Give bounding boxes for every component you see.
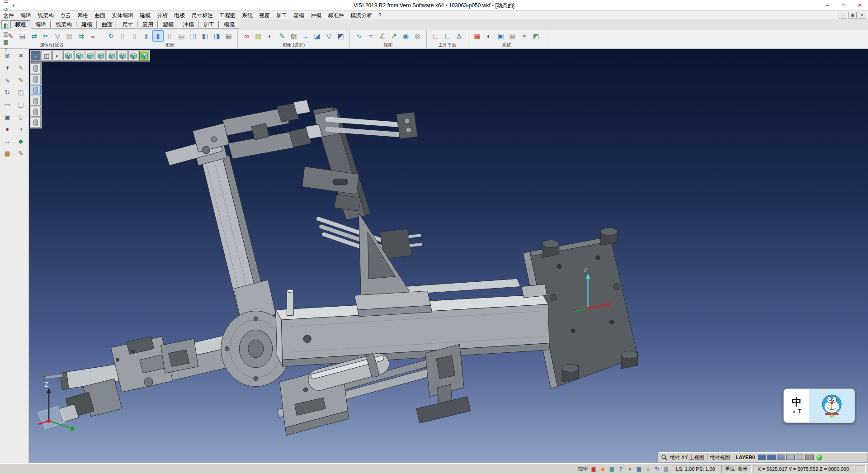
layer-color-segment[interactable] [786, 455, 795, 460]
view-front-icon[interactable] [74, 51, 84, 61]
measure-icon[interactable]: ∠ [377, 30, 388, 42]
grid-blue-icon[interactable]: ▦ [635, 465, 643, 473]
tab-surface[interactable]: 曲面 [97, 20, 117, 28]
hidden-line-display-icon[interactable]: ▯ [129, 30, 140, 42]
menu-electrode[interactable]: 电极 [171, 12, 188, 19]
filter-all-icon[interactable] [31, 63, 41, 73]
view-mode-label[interactable]: 绝对 XY 上视图 [670, 454, 704, 461]
menu-solid-edit[interactable]: 实体编辑 [108, 12, 137, 19]
dynamic-zoom-icon[interactable]: ≈ [365, 30, 376, 42]
sphere-icon[interactable]: ● [1, 123, 14, 134]
ime-language-indicator[interactable]: 中 [792, 397, 802, 407]
home-icon[interactable]: ⌂ [644, 465, 652, 473]
menu-wireframe[interactable]: 线架构 [34, 12, 57, 19]
units-indicator[interactable]: 单位: 毫米 [721, 465, 752, 473]
ime-mode-icon[interactable]: ◑ [792, 408, 795, 415]
menu-drafting[interactable]: 工程图 [216, 12, 239, 19]
refresh-icon[interactable]: ↻ [653, 465, 661, 473]
ime-tools-icon[interactable]: T [798, 408, 801, 415]
solid-box-blue-icon[interactable]: ◨ [211, 30, 222, 42]
snap-label[interactable]: 控牢 [578, 465, 588, 472]
tab-wireframe[interactable]: 线架构 [51, 20, 76, 28]
rotate-icon[interactable]: ↻ [1, 87, 14, 98]
eye-view-icon[interactable]: ◉ [400, 30, 411, 42]
cad-model[interactable]: Z Z [29, 49, 868, 463]
user-icon[interactable]: ● [626, 465, 634, 473]
doc-minimize-button[interactable]: – [839, 12, 847, 19]
tab-application[interactable]: 应用 [138, 20, 158, 28]
move-icon[interactable]: + [1, 62, 14, 73]
palette-icon[interactable]: ▦ [1, 148, 14, 159]
regen-view-icon[interactable]: ↻ [105, 30, 117, 42]
grid-icon[interactable]: ▦ [2, 38, 10, 46]
viewport-canvas[interactable]: Z Z ≡◫◐ [29, 49, 868, 463]
wireframe-display-icon[interactable]: ▯ [117, 30, 128, 42]
filter-solid-icon[interactable] [31, 85, 41, 95]
help-icon[interactable]: ? [617, 465, 625, 473]
erase-icon[interactable]: ◫ [15, 87, 27, 98]
layers-icon[interactable]: ▥ [2, 30, 10, 38]
snap-settings-icon[interactable]: ✶ [519, 30, 530, 42]
solid-box-icon[interactable]: ◧ [199, 30, 211, 42]
cube-icon[interactable]: ◧ [2, 22, 10, 30]
filter-icon[interactable]: ▽ [52, 30, 63, 42]
curve-icon[interactable]: ∿ [1, 75, 14, 85]
absolute-view-label[interactable]: 绝对视图 [710, 454, 730, 461]
view-normal-icon[interactable]: ↗ [388, 30, 400, 42]
solid-icon[interactable]: ▣ [1, 111, 14, 122]
help-icon[interactable]: ? [2, 46, 10, 54]
calculator-icon[interactable]: ▦ [223, 30, 234, 42]
view-back-icon[interactable] [85, 51, 95, 61]
close-button[interactable]: ✕ [852, 0, 868, 10]
view-shaded-icon[interactable] [139, 51, 149, 61]
maximize-button[interactable]: □ [835, 0, 852, 10]
camera-icon[interactable]: ◎ [412, 30, 423, 42]
print-icon[interactable]: ▭ [2, 0, 10, 5]
stereo-view-icon[interactable]: ∞ [241, 30, 252, 42]
tab-edit[interactable]: 编辑 [31, 20, 51, 28]
menu-flow-analysis[interactable]: 模流分析 [347, 12, 375, 19]
doc-restore-button[interactable]: ▣ [848, 12, 857, 19]
view-top-icon[interactable] [118, 51, 127, 61]
feature-icon[interactable]: ◆ [15, 136, 27, 147]
menu-point-cloud[interactable]: 点云 [57, 12, 74, 19]
layer-color-segment[interactable] [758, 455, 766, 460]
plane-grid-icon[interactable]: ◩ [530, 30, 542, 42]
dynamic-pan-icon[interactable]: ∿ [353, 30, 364, 42]
apply-view-icon[interactable]: → [300, 30, 311, 42]
tab-modeling[interactable]: 建模 [77, 20, 97, 28]
swap-attributes-icon[interactable]: ⇄ [28, 30, 40, 42]
menu-mold[interactable]: 塑模 [290, 12, 307, 19]
material-icon[interactable]: ▨ [288, 30, 299, 42]
menu-surface[interactable]: 曲面 [91, 12, 108, 19]
view-left-icon[interactable] [96, 51, 106, 61]
minimize-button[interactable]: – [819, 0, 835, 10]
filter-surface-icon[interactable] [31, 96, 41, 106]
sketch-icon[interactable]: ✎ [15, 75, 27, 85]
doc-close-button[interactable]: ✕ [858, 12, 866, 19]
palette-icon[interactable]: ▦ [608, 465, 616, 473]
tab-machining[interactable]: 加工 [199, 20, 219, 28]
edit-colors-icon[interactable]: ✎ [276, 30, 288, 42]
layer-color-segment[interactable] [805, 455, 814, 460]
menu-edit[interactable]: 编辑 [17, 12, 34, 19]
undo-icon[interactable]: ↺ [2, 5, 10, 14]
shaded-display-icon[interactable]: ▮ [141, 30, 152, 42]
menu-mesh[interactable]: 网格 [74, 12, 91, 19]
viewport-layout-icon[interactable]: ◫ [42, 51, 52, 61]
filter-advanced-icon[interactable]: ▽ [323, 30, 335, 42]
color-palette-icon[interactable]: ▦ [472, 30, 483, 42]
color-bands-icon[interactable]: ▥ [253, 30, 264, 42]
tool-icon[interactable]: ◆ [599, 465, 607, 473]
redo-icon[interactable]: ↻ [2, 14, 10, 22]
layer-manager-icon[interactable]: ≡ [31, 51, 41, 61]
attribute-list-icon[interactable]: ▤ [17, 30, 28, 42]
edit-geometry-icon[interactable]: ✎ [15, 62, 27, 73]
cylinder-icon[interactable]: ▯ [15, 111, 27, 122]
tab-dimension[interactable]: 尺寸 [118, 20, 137, 28]
search-icon[interactable] [661, 454, 667, 460]
section-icon[interactable]: ◪ [311, 30, 323, 42]
filter-wireframe-icon[interactable] [31, 74, 41, 84]
workplane-align-icon[interactable]: ∆ [453, 30, 465, 42]
workplane-edit-icon[interactable]: ∟ [442, 30, 453, 42]
